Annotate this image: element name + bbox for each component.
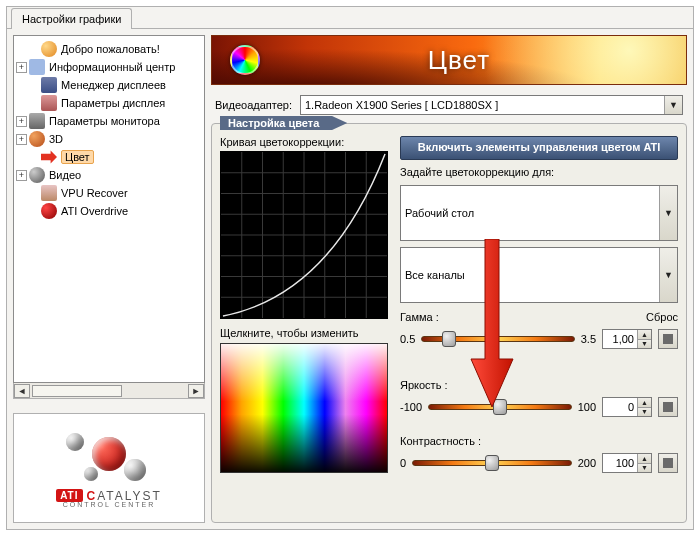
chevron-down-icon[interactable]: ▼ [659, 186, 677, 240]
spin-up-icon[interactable]: ▲ [637, 398, 651, 407]
tree-label: Менеджер дисплеев [61, 79, 166, 91]
tree-item-video[interactable]: + Видео [16, 166, 202, 184]
scroll-left-button[interactable]: ◄ [14, 384, 30, 398]
brightness-slider[interactable] [428, 399, 572, 415]
slider-thumb[interactable] [493, 399, 507, 415]
adapter-label: Видеоадаптер: [215, 99, 292, 111]
tree-item-display-manager[interactable]: + Менеджер дисплеев [16, 76, 202, 94]
contrast-label: Контрастность : [400, 435, 481, 447]
brightness-reset-button[interactable] [658, 397, 678, 417]
tree-label: VPU Recover [61, 187, 128, 199]
right-column: Цвет Видеоадаптер: 1.Radeon X1900 Series… [211, 35, 687, 523]
left-column: + Добро пожаловать! + Информационный цен… [13, 35, 205, 523]
globe-icon [41, 41, 57, 57]
catalyst-logo-graphic [54, 429, 164, 485]
vpu-icon [41, 185, 57, 201]
display-manager-icon [41, 77, 57, 93]
brightness-min: -100 [400, 401, 422, 413]
tree-item-3d[interactable]: + 3D [16, 130, 202, 148]
group-legend: Настройка цвета [220, 116, 347, 130]
color-for-label: Задайте цветокоррекцию для: [400, 166, 678, 179]
gamma-min: 0.5 [400, 333, 415, 345]
color-wheel-icon [230, 45, 260, 75]
gamma-reset-button[interactable] [658, 329, 678, 349]
logo-area: ATI CATALYST CONTROL CENTER [13, 413, 205, 523]
color-spectrum-picker[interactable] [220, 343, 388, 473]
reset-label: Сброс [646, 311, 678, 323]
tree-label: Цвет [61, 150, 94, 164]
tree-item-color[interactable]: + Цвет [16, 148, 202, 166]
chevron-down-icon[interactable]: ▼ [659, 248, 677, 302]
tree-label: Информационный центр [49, 61, 175, 73]
spin-down-icon[interactable]: ▼ [637, 339, 651, 349]
tree-item-vpu-recover[interactable]: + VPU Recover [16, 184, 202, 202]
arrow-right-icon [41, 149, 57, 165]
spin-up-icon[interactable]: ▲ [637, 330, 651, 339]
threed-icon [29, 131, 45, 147]
brightness-input[interactable] [603, 398, 637, 416]
tree-item-info-center[interactable]: + Информационный центр [16, 58, 202, 76]
expand-icon[interactable]: + [16, 116, 27, 127]
settings-window: Настройки графики + Добро пожаловать! + … [6, 6, 694, 530]
spin-down-icon[interactable]: ▼ [637, 463, 651, 473]
tree-label: Параметры дисплея [61, 97, 165, 109]
video-icon [29, 167, 45, 183]
contrast-reset-button[interactable] [658, 453, 678, 473]
tree-label: Добро пожаловать! [61, 43, 160, 55]
tree-item-display-params[interactable]: + Параметры дисплея [16, 94, 202, 112]
page-title: Цвет [272, 45, 686, 76]
gamma-curve-icon [221, 152, 387, 318]
gamma-curve-preview: /*noop*/ [220, 151, 388, 319]
brightness-max: 100 [578, 401, 596, 413]
gamma-slider[interactable] [421, 331, 574, 347]
spectrum-label: Щелкните, чтобы изменить [220, 327, 390, 339]
channel-value: Все каналы [401, 269, 659, 281]
brightness-label: Яркость : [400, 379, 448, 391]
expand-icon[interactable]: + [16, 62, 27, 73]
contrast-input[interactable] [603, 454, 637, 472]
info-icon [29, 59, 45, 75]
adapter-combo[interactable]: 1.Radeon X1900 Series [ LCD1880SX ] ▼ [300, 95, 683, 115]
gamma-input[interactable] [603, 330, 637, 348]
color-for-combo[interactable]: Рабочий стол ▼ [400, 185, 678, 241]
expand-icon[interactable]: + [16, 134, 27, 145]
enable-ati-color-button[interactable]: Включить элементы управления цветом ATI [400, 136, 678, 160]
tree-label: 3D [49, 133, 63, 145]
tree-view[interactable]: + Добро пожаловать! + Информационный цен… [13, 35, 205, 383]
color-settings-group: Настройка цвета Кривая цветокоррекции: /… [211, 123, 687, 523]
horizontal-scrollbar[interactable]: ◄ ► [13, 383, 205, 399]
spin-up-icon[interactable]: ▲ [637, 454, 651, 463]
display-params-icon [41, 95, 57, 111]
scroll-right-button[interactable]: ► [188, 384, 204, 398]
slider-thumb[interactable] [485, 455, 499, 471]
tab-graphics-settings[interactable]: Настройки графики [11, 8, 132, 29]
contrast-min: 0 [400, 457, 406, 469]
contrast-slider[interactable] [412, 455, 572, 471]
color-for-value: Рабочий стол [401, 207, 659, 219]
tree-item-overdrive[interactable]: + ATI Overdrive [16, 202, 202, 220]
contrast-spinner[interactable]: ▲▼ [602, 453, 652, 473]
scroll-thumb[interactable] [32, 385, 122, 397]
contrast-max: 200 [578, 457, 596, 469]
tree-label: Видео [49, 169, 81, 181]
gamma-spinner[interactable]: ▲▼ [602, 329, 652, 349]
tree-label: ATI Overdrive [61, 205, 128, 217]
tree-item-welcome[interactable]: + Добро пожаловать! [16, 40, 202, 58]
expand-icon[interactable]: + [16, 170, 27, 181]
page-banner: Цвет [211, 35, 687, 85]
gamma-label: Гамма : [400, 311, 439, 323]
tree-item-monitor-params[interactable]: + Параметры монитора [16, 112, 202, 130]
brightness-spinner[interactable]: ▲▼ [602, 397, 652, 417]
monitor-icon [29, 113, 45, 129]
overdrive-icon [41, 203, 57, 219]
logo-subtitle: CONTROL CENTER [63, 501, 156, 508]
slider-thumb[interactable] [442, 331, 456, 347]
gamma-max: 3.5 [581, 333, 596, 345]
panel-body: + Добро пожаловать! + Информационный цен… [7, 28, 693, 529]
chevron-down-icon[interactable]: ▼ [664, 96, 682, 114]
scroll-track[interactable] [30, 384, 188, 398]
adapter-value: 1.Radeon X1900 Series [ LCD1880SX ] [301, 99, 664, 111]
channel-combo[interactable]: Все каналы ▼ [400, 247, 678, 303]
tree-label: Параметры монитора [49, 115, 160, 127]
spin-down-icon[interactable]: ▼ [637, 407, 651, 417]
